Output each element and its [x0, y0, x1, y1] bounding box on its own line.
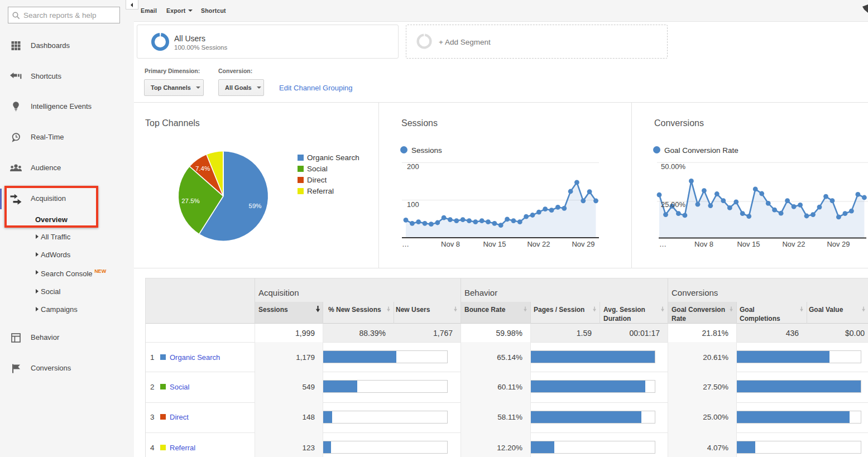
svg-text:27.5%: 27.5%: [181, 198, 200, 204]
svg-text:59%: 59%: [248, 203, 261, 209]
svg-text:7.4%: 7.4%: [195, 165, 210, 172]
